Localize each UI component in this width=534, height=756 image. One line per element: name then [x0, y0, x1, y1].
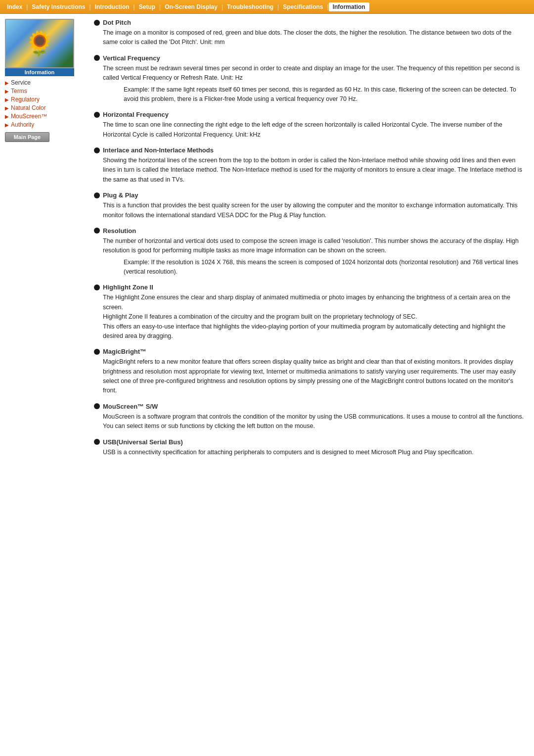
nav-item-specifications[interactable]: Specifications [279, 3, 327, 10]
nav-separator: | [222, 3, 223, 10]
sidebar: 🌻 Information ▶Service▶Terms▶Regulatory▶… [5, 19, 84, 464]
term-body-text: Showing the horizontal lines of the scre… [103, 156, 524, 185]
sidebar-menu: ▶Service▶Terms▶Regulatory▶Natural Color▶… [5, 79, 84, 128]
sidebar-item-label: MouScreen™ [11, 113, 47, 120]
nav-item-troubleshooting[interactable]: Troubleshooting [223, 3, 277, 10]
term-example-text: Example: If the resolution is 1024 X 768… [124, 258, 524, 277]
arrow-icon: ▶ [5, 89, 9, 94]
term-body-text: MagicBright refers to a new monitor feat… [103, 357, 524, 396]
term-title: MagicBright™ [94, 348, 524, 355]
term-section: Vertical FrequencyThe screen must be red… [94, 54, 524, 104]
term-body-text: The image on a monitor is composed of re… [103, 28, 524, 47]
term-body-text: The time to scan one line connecting the… [103, 120, 524, 140]
term-title: MouScreen™ S/W [94, 403, 524, 410]
term-section: Horizontal FrequencyThe time to scan one… [94, 111, 524, 140]
sidebar-menu-item[interactable]: ▶Regulatory [5, 96, 84, 103]
term-title-text: Interlace and Non-Interlace Methods [103, 146, 214, 154]
term-body-text: The screen must be redrawn several times… [103, 64, 524, 83]
bullet-icon [94, 55, 100, 61]
term-section: Highlight Zone IIThe Highlight Zone ensu… [94, 284, 524, 341]
term-section: Interlace and Non-Interlace MethodsShowi… [94, 146, 524, 185]
sidebar-menu-item[interactable]: ▶Service [5, 79, 84, 86]
nav-separator: | [134, 3, 135, 10]
nav-item-information[interactable]: Information [329, 2, 369, 11]
nav-separator: | [327, 3, 329, 10]
term-title: Dot Pitch [94, 19, 524, 26]
nav-item-index[interactable]: Index [3, 3, 26, 10]
term-body-text: USB is a connectivity specification for … [103, 448, 524, 457]
term-section: Dot PitchThe image on a monitor is compo… [94, 19, 524, 47]
term-title-text: Highlight Zone II [103, 284, 153, 291]
flower-icon: 🌻 [25, 30, 54, 57]
term-title: USB(Universal Serial Bus) [94, 438, 524, 446]
term-title-text: Vertical Frequency [103, 54, 160, 62]
term-title: Interlace and Non-Interlace Methods [94, 146, 524, 154]
term-section: Plug & PlayThis is a function that provi… [94, 191, 524, 220]
term-title: Resolution [94, 227, 524, 235]
main-page-button[interactable]: Main Page [5, 132, 49, 142]
nav-separator: | [277, 3, 279, 10]
sidebar-menu-item[interactable]: ▶Terms [5, 88, 84, 94]
nav-item-on-screen-display[interactable]: On-Screen Display [161, 3, 222, 10]
term-title: Vertical Frequency [94, 54, 524, 62]
content-area: Dot PitchThe image on a monitor is compo… [89, 19, 529, 464]
sidebar-menu-item[interactable]: ▶Authority [5, 121, 84, 128]
term-section: ResolutionThe number of horizontal and v… [94, 227, 524, 277]
bullet-icon [94, 147, 100, 153]
nav-item-introduction[interactable]: Introduction [91, 3, 134, 10]
sidebar-item-label: Service [11, 79, 31, 86]
term-body-text: The number of horizontal and vertical do… [103, 236, 524, 256]
term-title-text: Plug & Play [103, 191, 138, 199]
term-section: USB(Universal Serial Bus)USB is a connec… [94, 438, 524, 457]
sidebar-menu-item[interactable]: ▶Natural Color [5, 104, 84, 111]
bullet-icon [94, 20, 100, 26]
term-title-text: MouScreen™ S/W [103, 403, 158, 410]
sidebar-item-label: Regulatory [11, 96, 40, 103]
main-container: 🌻 Information ▶Service▶Terms▶Regulatory▶… [0, 14, 534, 469]
arrow-icon: ▶ [5, 105, 9, 111]
nav-item-setup[interactable]: Setup [135, 3, 159, 10]
nav-separator: | [89, 3, 91, 10]
term-title-text: MagicBright™ [103, 348, 146, 355]
bullet-icon [94, 403, 100, 409]
bullet-icon [94, 439, 100, 445]
arrow-icon: ▶ [5, 114, 9, 119]
term-title: Horizontal Frequency [94, 111, 524, 118]
term-title-text: Resolution [103, 227, 136, 235]
term-title-text: USB(Universal Serial Bus) [103, 438, 183, 446]
bullet-icon [94, 349, 100, 355]
top-navigation: Index|Safety Instructions|Introduction|S… [0, 0, 534, 14]
term-section: MouScreen™ S/WMouScreen is a software pr… [94, 403, 524, 431]
arrow-icon: ▶ [5, 97, 9, 102]
sidebar-image: 🌻 [5, 19, 74, 68]
term-title-text: Horizontal Frequency [103, 111, 169, 118]
bullet-icon [94, 284, 100, 290]
term-title: Highlight Zone II [94, 284, 524, 291]
term-section: MagicBright™MagicBright refers to a new … [94, 348, 524, 396]
term-example-text: Example: If the same light repeats itsel… [124, 85, 524, 104]
nav-item-safety-instructions[interactable]: Safety Instructions [28, 3, 89, 10]
nav-separator: | [159, 3, 161, 10]
arrow-icon: ▶ [5, 122, 9, 128]
arrow-icon: ▶ [5, 80, 9, 86]
term-title: Plug & Play [94, 191, 524, 199]
term-body-text: MouScreen is a software program that con… [103, 412, 524, 431]
sidebar-item-label: Natural Color [11, 104, 46, 111]
info-label: Information [5, 68, 74, 76]
sidebar-item-label: Terms [11, 88, 27, 94]
term-title-text: Dot Pitch [103, 19, 131, 26]
bullet-icon [94, 112, 100, 118]
sidebar-menu-item[interactable]: ▶MouScreen™ [5, 113, 84, 120]
sidebar-item-label: Authority [11, 121, 34, 128]
term-body-text: This is a function that provides the bes… [103, 201, 524, 220]
nav-separator: | [26, 3, 28, 10]
bullet-icon [94, 228, 100, 234]
bullet-icon [94, 192, 100, 198]
term-body-text: The Highlight Zone ensures the clear and… [103, 293, 524, 341]
